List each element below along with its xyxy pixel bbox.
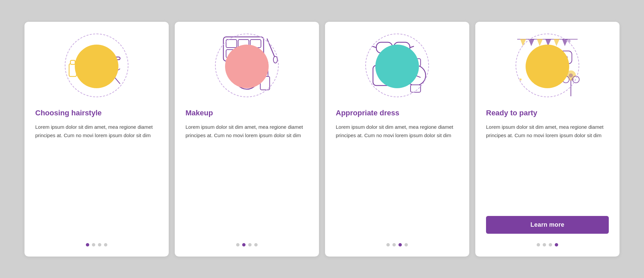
card-appropriate-dress: Appropriate dress Lorem ipsum dolor sit … bbox=[325, 22, 469, 257]
dot-3 bbox=[398, 243, 402, 246]
card-illustration bbox=[185, 32, 308, 99]
card-illustration bbox=[336, 32, 459, 99]
bg-circle-yellow-4 bbox=[526, 45, 569, 88]
card-illustration bbox=[486, 32, 609, 99]
card-title: Ready to party bbox=[486, 108, 537, 118]
bg-circle-yellow bbox=[75, 45, 118, 88]
card-text: Lorem ipsum dolor sit dim amet, mea regi… bbox=[185, 123, 308, 233]
dot-1 bbox=[386, 243, 390, 246]
dot-2 bbox=[92, 243, 95, 246]
learn-more-button[interactable]: Learn more bbox=[486, 216, 609, 234]
dot-1 bbox=[537, 243, 540, 246]
dot-2 bbox=[242, 243, 246, 246]
card-dots bbox=[386, 243, 408, 246]
dot-1 bbox=[236, 243, 239, 246]
card-makeup: Makeup Lorem ipsum dolor sit dim amet, m… bbox=[175, 22, 319, 257]
card-text: Lorem ipsum dolor sit dim amet, mea regi… bbox=[336, 123, 459, 233]
card-title: Appropriate dress bbox=[336, 108, 399, 118]
dot-4 bbox=[104, 243, 107, 246]
card-choosing-hairstyle: Choosing hairstyle Lorem ipsum dolor sit… bbox=[24, 22, 169, 257]
dot-1 bbox=[86, 243, 89, 246]
card-title: Choosing hairstyle bbox=[35, 108, 102, 118]
bg-circle-pink bbox=[225, 45, 269, 88]
cards-container: Choosing hairstyle Lorem ipsum dolor sit… bbox=[14, 12, 630, 267]
card-dots bbox=[236, 243, 258, 246]
bg-circle-teal bbox=[375, 45, 419, 88]
card-dots bbox=[86, 243, 107, 246]
card-ready-to-party: Ready to party Lorem ipsum dolor sit dim… bbox=[475, 22, 620, 257]
dot-2 bbox=[392, 243, 396, 246]
card-dots bbox=[537, 243, 558, 246]
dot-2 bbox=[543, 243, 546, 246]
card-text: Lorem ipsum dolor sit dim amet, mea regi… bbox=[486, 123, 609, 210]
card-illustration bbox=[35, 32, 158, 99]
dot-4 bbox=[254, 243, 258, 246]
dot-4 bbox=[555, 243, 558, 246]
card-title: Makeup bbox=[185, 108, 213, 118]
dot-4 bbox=[405, 243, 408, 246]
dot-3 bbox=[98, 243, 101, 246]
card-text: Lorem ipsum dolor sit dim amet, mea regi… bbox=[35, 123, 158, 233]
dot-3 bbox=[549, 243, 552, 246]
dot-3 bbox=[248, 243, 252, 246]
